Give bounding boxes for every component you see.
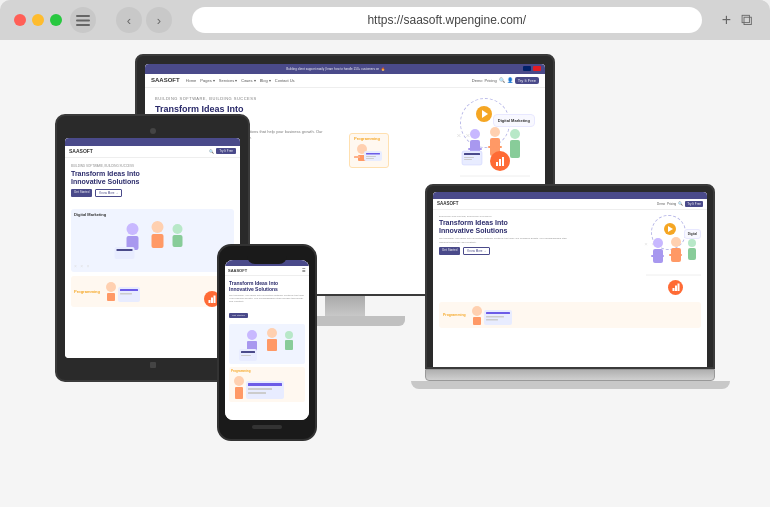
laptop-base [425,369,715,381]
svg-rect-1 [76,19,90,21]
svg-point-28 [127,223,139,235]
laptop-headline: Transform Ideas Into Innovative Solution… [439,219,567,236]
svg-point-36 [106,282,116,292]
svg-rect-68 [688,248,696,260]
svg-rect-57 [248,388,272,390]
svg-rect-39 [120,289,138,291]
svg-rect-61 [651,255,656,257]
split-view-button[interactable]: ⧉ [741,11,752,29]
svg-rect-58 [248,392,266,394]
svg-rect-66 [677,254,682,256]
svg-rect-18 [496,162,498,166]
tablet-more-button: Know More → [95,189,122,197]
site-nav-links: Home Pages ▾ Services ▾ Cases ▾ Blog ▾ C… [186,78,472,83]
svg-rect-31 [152,234,164,248]
device-showcase: Building client support easily | learn h… [55,54,715,494]
back-button[interactable]: ‹ [116,7,142,33]
site-topbar: Building client support easily | learn h… [145,64,545,74]
laptop-site-logo: SAASOFT [437,201,459,206]
laptop-bottom-base [411,381,730,389]
svg-rect-2 [76,24,90,26]
site-logo: SAASOFT [151,77,180,83]
minimize-button[interactable] [32,14,44,26]
svg-rect-25 [366,153,380,155]
phone-headline: Transform Ideas Into Innovative Solution… [229,280,305,292]
svg-rect-35 [117,249,133,251]
svg-point-59 [653,238,663,248]
phone-screen: SAASOFT ☰ Transform Ideas Into Innovativ… [225,260,309,420]
svg-rect-0 [76,15,90,17]
svg-rect-23 [354,156,360,158]
browser-window: ‹ › https://saasoft.wpengine.com/ + ⧉ [0,0,770,507]
play-button-icon [476,106,492,122]
svg-point-30 [152,221,164,233]
svg-rect-51 [241,351,255,353]
svg-rect-27 [366,158,374,159]
traffic-lights [14,14,62,26]
svg-rect-43 [214,296,216,304]
svg-rect-9 [488,146,494,148]
svg-rect-5 [468,148,474,150]
svg-point-32 [173,224,183,234]
svg-rect-54 [235,387,243,399]
svg-rect-71 [675,286,677,292]
laptop-more-button: Know More → [463,247,490,255]
programming-label: Programming [349,133,389,168]
svg-rect-74 [473,317,481,325]
site-tagline: BUILDING SOFTWARE, BUILDING SUCCESS [155,96,341,101]
svg-rect-15 [464,153,480,155]
svg-point-63 [671,237,681,247]
svg-point-67 [688,239,696,247]
svg-point-46 [267,328,277,338]
svg-rect-19 [499,159,501,166]
tablet-site-logo: SAASOFT [69,148,93,154]
url-bar[interactable]: https://saasoft.wpengine.com/ [192,7,702,33]
svg-rect-62 [659,255,664,257]
svg-point-48 [285,331,293,339]
svg-rect-76 [486,312,510,314]
laptop-device: SAASOFT Demo Pricing 🔍 Try It Free [425,184,715,389]
browser-actions: + ⧉ [722,11,752,29]
svg-rect-6 [476,148,482,150]
svg-rect-77 [486,316,504,318]
svg-rect-17 [464,159,472,160]
svg-rect-65 [669,254,674,256]
svg-rect-41 [209,300,211,303]
svg-rect-42 [211,298,213,304]
svg-point-44 [247,330,257,340]
chart-icon [490,151,510,171]
browser-navigation: ‹ › [116,7,172,33]
phone-notch [247,256,287,264]
svg-rect-49 [285,340,293,350]
svg-rect-10 [496,146,502,148]
svg-rect-26 [366,156,376,157]
svg-rect-12 [510,140,520,158]
svg-rect-78 [486,319,498,321]
svg-rect-70 [672,288,674,291]
maximize-button[interactable] [50,14,62,26]
svg-rect-34 [115,247,135,259]
svg-rect-20 [502,157,504,166]
svg-rect-33 [173,235,183,247]
svg-rect-56 [248,383,282,386]
tablet-headline: Transform Ideas Into Innovative Solution… [71,170,234,187]
forward-button[interactable]: › [146,7,172,33]
phone-cta-button: Get Started [229,313,248,318]
browser-titlebar: ‹ › https://saasoft.wpengine.com/ + ⧉ [0,0,770,40]
site-cta-button[interactable]: Try It Free [515,77,539,84]
sidebar-toggle-button[interactable] [70,7,96,33]
svg-rect-47 [267,339,277,351]
laptop-cta-button: Get Started [439,247,460,255]
phone-site-logo: SAASOFT [228,268,247,273]
svg-point-11 [510,129,520,139]
tablet-cta-button: Get Started [71,189,92,197]
svg-rect-52 [241,355,251,356]
tablet-screen: SAASOFT 🔍 Try It Free BUILDING SOFTWARE,… [65,138,240,358]
close-button[interactable] [14,14,26,26]
svg-point-3 [470,129,480,139]
add-tab-button[interactable]: + [722,11,731,29]
svg-point-73 [472,306,482,316]
svg-point-53 [234,376,244,386]
phone-device: SAASOFT ☰ Transform Ideas Into Innovativ… [217,244,317,441]
svg-point-7 [490,127,500,137]
